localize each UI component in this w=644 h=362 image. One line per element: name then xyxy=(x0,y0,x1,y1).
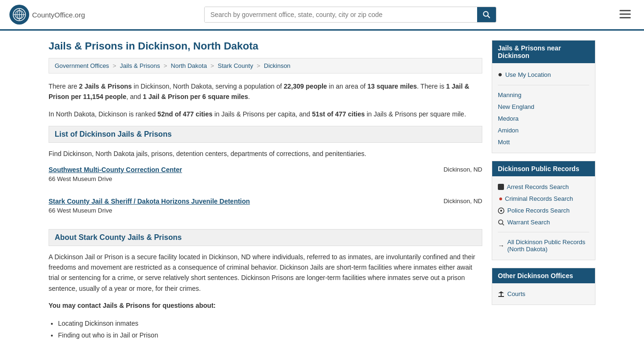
logo-icon xyxy=(9,5,29,25)
police-icon xyxy=(498,207,504,214)
nearby-mott[interactable]: Mott xyxy=(498,136,589,148)
criminal-records-link[interactable]: Criminal Records Search xyxy=(498,193,589,205)
logo-suffix: .org xyxy=(73,11,85,19)
facility-info-1: Southwest Multi-County Correction Center… xyxy=(49,166,444,182)
svg-line-13 xyxy=(503,223,504,225)
search-input[interactable] xyxy=(205,7,477,22)
svg-point-11 xyxy=(500,210,502,212)
arrest-icon xyxy=(498,184,504,190)
breadcrumb-dickinson[interactable]: Dickinson xyxy=(264,62,290,69)
nearby-new-england[interactable]: New England xyxy=(498,101,589,113)
menu-button[interactable] xyxy=(616,8,635,22)
facility-name-1[interactable]: Southwest Multi-County Correction Center xyxy=(49,166,444,173)
bold-rank-sqmile: 51st of 477 cities xyxy=(312,110,365,118)
svg-rect-8 xyxy=(619,13,631,15)
breadcrumb-nd[interactable]: North Dakota xyxy=(171,62,207,69)
other-offices-body: Courts xyxy=(492,283,595,304)
svg-line-6 xyxy=(488,16,490,18)
list-section-header: List of Dickinson Jails & Prisons xyxy=(49,126,482,143)
svg-marker-16 xyxy=(498,291,504,293)
contact-item-1: Finding out who is in Jail or Prison xyxy=(58,329,482,341)
breadcrumb-sep-3: > xyxy=(211,62,215,69)
nearby-header: Jails & Prisons near Dickinson xyxy=(492,41,595,63)
arrest-records-link[interactable]: Arrest Records Search xyxy=(498,181,589,193)
courts-icon xyxy=(498,291,504,297)
nearby-section: Jails & Prisons near Dickinson ● Use My … xyxy=(492,40,595,153)
svg-rect-15 xyxy=(501,293,502,296)
logo-name: CountyOffice xyxy=(32,11,73,19)
nearby-body: ● Use My Location Manning New England Me… xyxy=(492,63,595,153)
description-1: There are 2 Jails & Prisons in Dickinson… xyxy=(49,81,482,102)
bold-population: 22,309 people xyxy=(284,82,327,90)
about-description: A Dickinson Jail or Prison is a secure f… xyxy=(49,252,482,294)
search-button[interactable] xyxy=(477,7,496,22)
breadcrumb-jails[interactable]: Jails & Prisons xyxy=(120,62,160,69)
breadcrumb: Government Offices > Jails & Prisons > N… xyxy=(49,58,482,74)
facility-row-2: Stark County Jail & Sheriff / Dakota Hor… xyxy=(49,197,482,222)
page-title: Jails & Prisons in Dickinson, North Dako… xyxy=(49,40,482,52)
svg-rect-14 xyxy=(498,296,504,297)
facility-info-2: Stark County Jail & Sheriff / Dakota Hor… xyxy=(49,197,444,214)
nearby-amidon[interactable]: Amidon xyxy=(498,124,589,136)
facility-address-1: 66 West Museum Drive xyxy=(49,175,444,182)
header: CountyOffice.org xyxy=(0,0,644,31)
arrow-icon: → xyxy=(498,242,504,249)
svg-point-12 xyxy=(499,220,503,224)
nearby-medora[interactable]: Medora xyxy=(498,113,589,124)
contact-list: Locating Dickinson inmates Finding out w… xyxy=(58,318,482,341)
bold-per-sqmile: 1 Jail & Prison per 6 square miles xyxy=(143,93,248,100)
public-records-body: Arrest Records Search Criminal Records S… xyxy=(492,176,595,260)
facility-address-2: 66 West Museum Drive xyxy=(49,207,444,214)
facility-location-1: Dickinson, ND xyxy=(444,166,482,173)
contact-header: You may contact Jails & Prisons for ques… xyxy=(49,300,482,311)
warrant-icon xyxy=(498,219,504,226)
svg-point-5 xyxy=(484,12,488,16)
breadcrumb-gov-offices[interactable]: Government Offices xyxy=(55,62,109,69)
criminal-icon xyxy=(499,197,502,200)
search-icon xyxy=(483,11,490,18)
hamburger-icon xyxy=(619,10,631,18)
breadcrumb-stark[interactable]: Stark County xyxy=(218,62,253,69)
location-dot-icon: ● xyxy=(498,70,503,79)
use-my-location-link[interactable]: ● Use My Location xyxy=(498,68,589,81)
svg-rect-7 xyxy=(619,10,631,11)
content-area: Jails & Prisons in Dickinson, North Dako… xyxy=(49,40,482,341)
bold-jails-count: 2 Jails & Prisons xyxy=(79,82,132,90)
all-public-records-link[interactable]: → All Dickinson Public Records (North Da… xyxy=(498,236,589,255)
police-records-link[interactable]: Police Records Search xyxy=(498,205,589,216)
facility-name-2[interactable]: Stark County Jail & Sheriff / Dakota Hor… xyxy=(49,197,444,205)
warrant-search-link[interactable]: Warrant Search xyxy=(498,216,589,228)
about-section-header: About Stark County Jails & Prisons xyxy=(49,229,482,246)
courts-link[interactable]: Courts xyxy=(498,288,589,300)
svg-rect-9 xyxy=(619,17,631,18)
breadcrumb-sep-4: > xyxy=(257,62,261,69)
bold-rank-capita: 52nd of 477 cities xyxy=(157,110,213,118)
logo-text: CountyOffice.org xyxy=(32,10,85,20)
nearby-divider-1 xyxy=(498,85,589,85)
main-container: Jails & Prisons in Dickinson, North Dako… xyxy=(39,31,605,351)
description-2: In North Dakota, Dickinson is ranked 52n… xyxy=(49,109,482,119)
list-intro: Find Dickinson, North Dakota jails, pris… xyxy=(49,148,482,159)
other-offices-header: Other Dickinson Offices xyxy=(492,268,595,283)
contact-item-0: Locating Dickinson inmates xyxy=(58,318,482,329)
facility-location-2: Dickinson, ND xyxy=(444,197,482,205)
breadcrumb-sep-2: > xyxy=(164,62,167,69)
logo-area: CountyOffice.org xyxy=(9,5,85,25)
facility-row-1: Southwest Multi-County Correction Center… xyxy=(49,166,482,190)
breadcrumb-sep-1: > xyxy=(113,62,116,69)
sidebar: Jails & Prisons near Dickinson ● Use My … xyxy=(492,40,595,341)
other-offices-section: Other Dickinson Offices Courts xyxy=(492,268,595,305)
public-records-header: Dickinson Public Records xyxy=(492,161,595,176)
public-records-section: Dickinson Public Records Arrest Records … xyxy=(492,161,595,260)
nearby-manning[interactable]: Manning xyxy=(498,89,589,101)
search-bar xyxy=(204,7,496,23)
public-records-divider xyxy=(498,232,589,232)
bold-area: 13 square miles xyxy=(367,82,417,90)
